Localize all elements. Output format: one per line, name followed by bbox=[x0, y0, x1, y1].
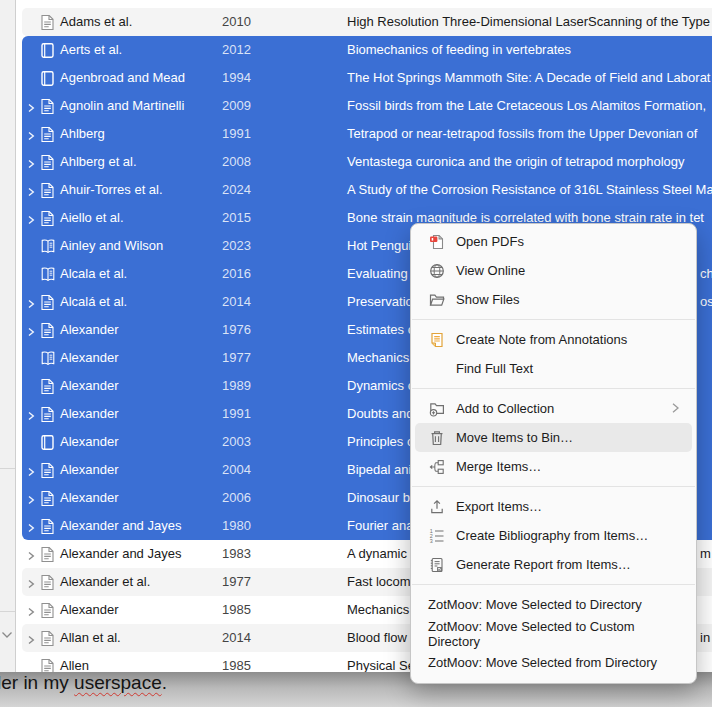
item-creator: Alexander bbox=[60, 344, 119, 372]
menu-item-label: Generate Report from Items… bbox=[456, 557, 631, 572]
expand-chevron-icon[interactable] bbox=[27, 157, 35, 172]
menu-separator bbox=[412, 319, 695, 320]
item-creator: Agenbroad and Mead bbox=[60, 64, 185, 92]
expand-chevron-icon[interactable] bbox=[27, 493, 35, 508]
collections-pane-edge bbox=[0, 0, 16, 672]
menu-item-zotmoov-move-selected-from-directory[interactable]: ZotMoov: Move Selected from Directory bbox=[415, 648, 692, 677]
menu-item-export-items[interactable]: Export Items… bbox=[415, 492, 692, 521]
menu-item-merge-items[interactable]: Merge Items… bbox=[415, 452, 692, 481]
submenu-arrow-icon bbox=[671, 402, 680, 417]
menu-item-open-pdfs[interactable]: Open PDFs bbox=[415, 227, 692, 256]
menu-item-label: Add to Collection bbox=[456, 401, 554, 416]
item-year: 2015 bbox=[222, 204, 251, 232]
chevron-down-icon[interactable] bbox=[1, 625, 13, 643]
item-title: Bipedal ani bbox=[347, 456, 411, 484]
menu-item-label: Create Bibliography from Items… bbox=[456, 528, 648, 543]
menu-item-label: ZotMoov: Move Selected to Directory bbox=[428, 597, 642, 612]
menu-item-label: Create Note from Annotations bbox=[456, 332, 627, 347]
menu-item-label: Show Files bbox=[456, 292, 520, 307]
expand-chevron-icon[interactable] bbox=[27, 297, 35, 312]
expand-chevron-icon[interactable] bbox=[27, 521, 35, 536]
item-title: Ventastega curonica and the origin of te… bbox=[347, 148, 685, 176]
item-creator: Alcala et al. bbox=[60, 260, 127, 288]
expand-chevron-icon[interactable] bbox=[27, 577, 35, 592]
item-title: Doubts and bbox=[347, 400, 414, 428]
item-title: Tetrapod or near-tetrapod fossils from t… bbox=[347, 120, 697, 148]
item-year: 1977 bbox=[222, 568, 251, 596]
item-year: 1976 bbox=[222, 316, 251, 344]
expand-chevron-icon[interactable] bbox=[27, 465, 35, 480]
item-creator: Adams et al. bbox=[60, 8, 132, 36]
article-item-icon bbox=[40, 462, 55, 482]
merge-icon bbox=[429, 459, 445, 475]
bibliography-icon: 123 bbox=[429, 528, 445, 544]
menu-item-zotmoov-move-selected-to-directory[interactable]: ZotMoov: Move Selected to Directory bbox=[415, 590, 692, 619]
item-year: 1983 bbox=[222, 540, 251, 568]
section-item-icon bbox=[40, 350, 56, 370]
expand-chevron-icon[interactable] bbox=[27, 633, 35, 648]
list-item[interactable]: Ahlberg1991Tetrapod or near-tetrapod fos… bbox=[22, 120, 712, 148]
menu-item-label: Open PDFs bbox=[456, 234, 524, 249]
item-title: Principles o bbox=[347, 428, 414, 456]
item-year: 1989 bbox=[222, 372, 251, 400]
expand-chevron-icon[interactable] bbox=[27, 605, 35, 620]
expand-chevron-icon[interactable] bbox=[27, 325, 35, 340]
item-title-fragment: m bbox=[700, 540, 711, 568]
book-item-icon bbox=[40, 434, 55, 454]
list-item[interactable]: Agenbroad and Mead1994The Hot Springs Ma… bbox=[22, 64, 712, 92]
menu-item-label: ZotMoov: Move Selected to Custom Directo… bbox=[428, 619, 682, 649]
expand-chevron-icon[interactable] bbox=[27, 185, 35, 200]
article-item-icon bbox=[40, 14, 55, 34]
article-item-icon bbox=[40, 154, 55, 174]
menu-item-create-bibliography-from-items[interactable]: 123Create Bibliography from Items… bbox=[415, 521, 692, 550]
menu-item-label: Export Items… bbox=[456, 499, 542, 514]
expand-chevron-icon[interactable] bbox=[27, 129, 35, 144]
article-item-icon bbox=[40, 490, 55, 510]
article-item-icon bbox=[40, 546, 55, 566]
menu-item-generate-report-from-items[interactable]: Generate Report from Items… bbox=[415, 550, 692, 579]
pdf-icon bbox=[429, 234, 445, 250]
globe-icon bbox=[429, 263, 445, 279]
menu-item-create-note-from-annotations[interactable]: Create Note from Annotations bbox=[415, 325, 692, 354]
expand-chevron-icon[interactable] bbox=[27, 101, 35, 116]
item-title: The Hot Springs Mammoth Site: A Decade o… bbox=[347, 64, 710, 92]
list-item[interactable]: Adams et al.2010High Resolution Three-Di… bbox=[22, 8, 712, 36]
item-creator: Ainley and Wilson bbox=[60, 232, 163, 260]
item-creator: Alexander et al. bbox=[60, 568, 150, 596]
item-year: 1991 bbox=[222, 120, 251, 148]
item-creator: Alcalá et al. bbox=[60, 288, 127, 316]
list-item[interactable]: Ahlberg et al.2008Ventastega curonica an… bbox=[22, 148, 712, 176]
item-year: 2008 bbox=[222, 148, 251, 176]
item-title: Dynamics o bbox=[347, 372, 415, 400]
context-menu: Open PDFsView OnlineShow FilesCreate Not… bbox=[410, 223, 697, 684]
misspelled-word: userspace bbox=[74, 672, 162, 693]
item-year: 1994 bbox=[222, 64, 251, 92]
item-year: 2014 bbox=[222, 624, 251, 652]
expand-chevron-icon[interactable] bbox=[27, 549, 35, 564]
menu-item-view-online[interactable]: View Online bbox=[415, 256, 692, 285]
item-year: 2003 bbox=[222, 428, 251, 456]
expand-chevron-icon[interactable] bbox=[27, 409, 35, 424]
article-item-icon bbox=[40, 294, 55, 314]
menu-item-add-to-collection[interactable]: Add to Collection bbox=[415, 394, 692, 423]
list-item[interactable]: Aerts et al.2012Biomechanics of feeding … bbox=[22, 36, 712, 64]
item-creator: Agnolin and Martinelli bbox=[60, 92, 184, 120]
item-creator: Allan et al. bbox=[60, 624, 121, 652]
article-item-icon bbox=[40, 210, 55, 230]
report-icon bbox=[429, 557, 445, 573]
item-title: High Resolution Three-Dimensional LaserS… bbox=[347, 8, 710, 36]
menu-item-find-full-text[interactable]: Find Full Text bbox=[415, 354, 692, 383]
item-title: Mechanics bbox=[347, 344, 409, 372]
menu-separator bbox=[412, 486, 695, 487]
menu-item-zotmoov-move-selected-to-custom-directory[interactable]: ZotMoov: Move Selected to Custom Directo… bbox=[415, 619, 692, 648]
list-item[interactable]: Agnolin and Martinelli2009Fossil birds f… bbox=[22, 92, 712, 120]
menu-item-move-items-to-bin[interactable]: Move Items to Bin… bbox=[415, 423, 692, 452]
item-title-fragment: in bbox=[700, 624, 710, 652]
item-year: 1985 bbox=[222, 596, 251, 624]
expand-chevron-icon[interactable] bbox=[27, 213, 35, 228]
menu-item-show-files[interactable]: Show Files bbox=[415, 285, 692, 314]
item-title: Fourier ana bbox=[347, 512, 413, 540]
list-item[interactable]: Ahuir-Torres et al.2024A Study of the Co… bbox=[22, 176, 712, 204]
pane-divider bbox=[0, 468, 15, 469]
background-text-prefix: ler in my bbox=[0, 672, 74, 693]
